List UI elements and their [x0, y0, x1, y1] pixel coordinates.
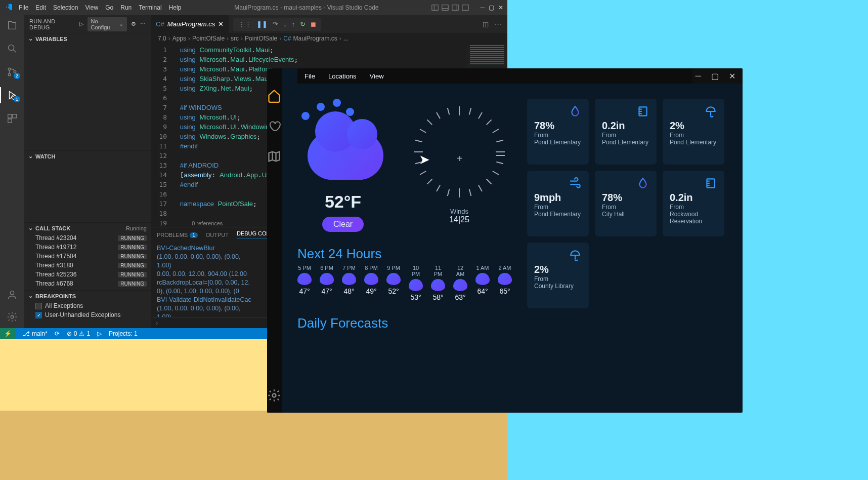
- sync-indicator[interactable]: ⟳: [55, 330, 60, 337]
- editor-tabs: C#MauiProgram.cs✕ ⋮⋮ ❚❚ ↷ ↓ ↑ ↻ ◼ ◫ ⋯: [151, 15, 507, 33]
- hour-item[interactable]: 8 PM49°: [364, 265, 378, 301]
- drag-handle-icon[interactable]: ⋮⋮: [238, 20, 251, 28]
- split-editor-icon[interactable]: ◫: [483, 20, 489, 28]
- daily-heading: Daily Forecasts: [297, 315, 512, 331]
- problems-indicator[interactable]: ⊘ 0 ⚠ 1: [67, 330, 90, 337]
- hour-item[interactable]: 6 PM47°: [320, 265, 334, 301]
- layout-buttons[interactable]: [431, 4, 469, 11]
- panel-problems-tab[interactable]: PROBLEMS1: [157, 232, 198, 238]
- thread-row[interactable]: Thread #3180RUNNING: [24, 261, 151, 270]
- watch-section[interactable]: ⌄WATCH: [24, 151, 151, 162]
- callstack-section[interactable]: ⌄CALL STACKRunning: [24, 223, 151, 233]
- panel-output-tab[interactable]: OUTPUT: [206, 232, 229, 238]
- stat-card[interactable]: 0.2inFromPond Elementary: [595, 99, 657, 165]
- menu-file[interactable]: File: [19, 4, 28, 11]
- map-icon[interactable]: [267, 149, 282, 165]
- pause-icon[interactable]: ❚❚: [256, 20, 268, 28]
- hour-item[interactable]: 10 PM53°: [409, 265, 423, 301]
- step-into-icon[interactable]: ↓: [283, 20, 287, 28]
- debug-config-dropdown[interactable]: No Configu ⌄: [88, 17, 127, 31]
- menu-locations[interactable]: Locations: [328, 72, 357, 80]
- menu-terminal[interactable]: Terminal: [139, 4, 161, 11]
- tab-close-icon[interactable]: ✕: [218, 20, 224, 28]
- settings-gear-icon[interactable]: [6, 311, 18, 323]
- wind-direction-icon: ➤: [419, 152, 430, 168]
- thread-row[interactable]: Thread #25236RUNNING: [24, 270, 151, 279]
- hour-item[interactable]: 5 PM47°: [297, 265, 312, 301]
- stat-card[interactable]: 0.2inFromRockwood Reservation: [663, 171, 724, 236]
- hour-item[interactable]: 1 AM64°: [475, 265, 490, 301]
- hour-item[interactable]: 7 PM48°: [342, 265, 356, 301]
- editor-more-icon[interactable]: ⋯: [495, 20, 501, 28]
- svg-point-16: [10, 291, 14, 295]
- sidebar: RUN AND DEBUG ▷ No Configu ⌄ ⚙ ⋯ ⌄VARIAB…: [24, 15, 151, 328]
- checkbox-checked-icon[interactable]: ✓: [35, 312, 42, 318]
- thread-row[interactable]: Thread #19712RUNNING: [24, 243, 151, 252]
- breakpoints-section[interactable]: ⌄BREAKPOINTS: [24, 291, 151, 301]
- stat-card[interactable]: 2%FromCounty Library: [527, 243, 589, 308]
- favorites-icon[interactable]: [267, 119, 282, 134]
- maximize-icon[interactable]: ▢: [489, 4, 494, 11]
- branch-indicator[interactable]: ⎇ main*: [23, 330, 48, 337]
- thread-row[interactable]: Thread #17504RUNNING: [24, 252, 151, 261]
- thread-row[interactable]: Thread #6768RUNNING: [24, 279, 151, 288]
- stat-card[interactable]: 78%FromPond Elementary: [527, 99, 589, 165]
- stat-card[interactable]: 9mphFromPond Elementary: [527, 171, 589, 236]
- checkbox-unchecked-icon[interactable]: [35, 303, 42, 309]
- menu-go[interactable]: Go: [105, 4, 113, 11]
- close-icon[interactable]: ✕: [498, 4, 503, 11]
- home-icon[interactable]: [267, 89, 282, 104]
- hour-item[interactable]: 9 PM52°: [386, 265, 401, 301]
- svg-point-17: [11, 315, 14, 318]
- gauge-icon: [636, 105, 649, 118]
- scm-badge: 2: [14, 73, 20, 79]
- menu-edit[interactable]: Edit: [35, 4, 46, 11]
- step-over-icon[interactable]: ↷: [273, 20, 278, 28]
- hour-item[interactable]: 11 PM58°: [431, 265, 445, 301]
- variables-section[interactable]: ⌄VARIABLES: [24, 33, 151, 44]
- vscode-titlebar[interactable]: File Edit Selection View Go Run Terminal…: [0, 0, 507, 15]
- hourly-forecast-strip[interactable]: 5 PM47°6 PM47°7 PM48°8 PM49°9 PM52°10 PM…: [297, 265, 512, 301]
- more-icon[interactable]: ⋯: [140, 21, 146, 27]
- projects-indicator[interactable]: Projects: 1: [109, 330, 138, 337]
- stat-card[interactable]: 78%FromCity Hall: [595, 171, 657, 236]
- step-out-icon[interactable]: ↑: [292, 20, 295, 28]
- maximize-icon[interactable]: ▢: [711, 71, 719, 81]
- breadcrumb[interactable]: 7.0› Apps› PointOfSale› src› PointOfSale…: [151, 33, 507, 44]
- stat-card[interactable]: 2%FromPond Elementary: [663, 99, 724, 165]
- debug-status[interactable]: ▷: [97, 330, 102, 337]
- minus-icon: [496, 155, 505, 156]
- breakpoint-all-exceptions[interactable]: All Exceptions: [24, 301, 151, 310]
- minimize-icon[interactable]: ─: [696, 71, 701, 81]
- hour-item[interactable]: 2 AM65°: [498, 265, 512, 301]
- weather-titlebar[interactable]: ─ ▢ ✕: [688, 68, 743, 84]
- source-control-icon[interactable]: 2: [6, 66, 18, 78]
- close-icon[interactable]: ✕: [729, 71, 735, 81]
- breakpoint-user-unhandled[interactable]: ✓User-Unhandled Exceptions: [24, 310, 151, 319]
- svg-point-18: [273, 394, 276, 397]
- settings-icon[interactable]: [267, 388, 282, 404]
- restart-icon[interactable]: ↻: [300, 20, 306, 28]
- config-gear-icon[interactable]: ⚙: [131, 21, 136, 27]
- menu-file[interactable]: File: [305, 72, 315, 80]
- menu-selection[interactable]: Selection: [53, 4, 78, 11]
- stop-icon[interactable]: ◼: [311, 20, 316, 28]
- menu-run[interactable]: Run: [120, 4, 132, 11]
- explorer-icon[interactable]: [6, 19, 18, 31]
- start-debug-icon[interactable]: ▷: [79, 21, 83, 27]
- menu-view[interactable]: View: [85, 4, 98, 11]
- run-debug-icon[interactable]: 1: [6, 89, 18, 101]
- search-icon[interactable]: [6, 43, 18, 55]
- menu-help[interactable]: Help: [169, 4, 182, 11]
- menu-view[interactable]: View: [370, 72, 384, 80]
- remote-indicator[interactable]: ⚡: [0, 328, 16, 339]
- condition-pill[interactable]: Clear: [322, 217, 364, 232]
- thread-row[interactable]: Thread #23204RUNNING: [24, 233, 151, 243]
- editor-tab-mauiprogram[interactable]: C#MauiProgram.cs✕: [151, 15, 229, 33]
- extensions-icon[interactable]: [6, 112, 18, 125]
- weather-sidebar: [267, 68, 282, 413]
- hour-item[interactable]: 12 AM63°: [453, 265, 467, 301]
- account-icon[interactable]: [6, 289, 18, 301]
- window-title: MauiProgram.cs - maui-samples - Visual S…: [181, 4, 431, 11]
- minimize-icon[interactable]: ─: [480, 4, 485, 11]
